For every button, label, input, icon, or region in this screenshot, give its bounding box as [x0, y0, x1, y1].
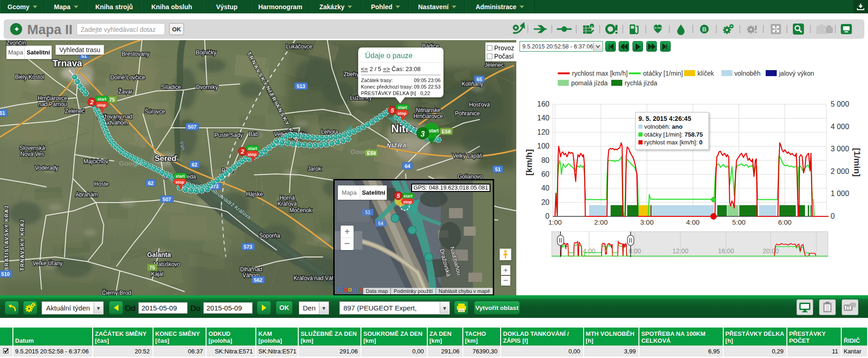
svg-text:1 000: 1 000	[831, 190, 849, 197]
svg-text:Matúškovo: Matúškovo	[154, 261, 180, 268]
svg-text:Hrnčiarovce: Hrnčiarovce	[413, 113, 443, 119]
svg-text:Zeleneč: Zeleneč	[65, 108, 85, 114]
svg-text:B: B	[702, 26, 706, 33]
svg-text:20: 20	[541, 198, 549, 206]
svg-text:Abrahám: Abrahám	[76, 191, 98, 198]
svg-text:140: 140	[537, 114, 549, 122]
svg-text:507: 507	[163, 197, 171, 202]
svg-text:jalový výkon: jalový výkon	[779, 70, 814, 77]
svg-text:2: 2	[89, 99, 94, 106]
svg-text:513: 513	[297, 84, 305, 89]
svg-text:2: 2	[240, 148, 244, 155]
svg-text:Žavar: Žavar	[118, 88, 133, 95]
svg-text:start: start	[403, 194, 413, 198]
svg-text:62: 62	[192, 162, 197, 167]
svg-text:507: 507	[188, 124, 196, 130]
svg-text:E58: E58	[442, 129, 451, 134]
svg-text:4 000: 4 000	[831, 123, 849, 131]
svg-text:160: 160	[537, 100, 549, 108]
svg-text:Horná: Horná	[280, 195, 295, 201]
svg-text:Dvorníky: Dvorníky	[196, 84, 218, 90]
svg-text:start: start	[176, 174, 185, 179]
svg-text:Bojničky: Bojničky	[196, 49, 217, 56]
svg-text:volnoběh: volnoběh	[734, 70, 761, 77]
svg-text:3:00: 3:00	[640, 218, 654, 226]
svg-text:0: 0	[831, 212, 835, 220]
svg-text:62: 62	[148, 180, 154, 186]
svg-text:Šúrovce: Šúrovce	[145, 108, 165, 115]
svg-text:start: start	[398, 105, 407, 110]
svg-text:Dlhá nad: Dlhá nad	[240, 266, 262, 273]
svg-text:Hosťová: Hosťová	[469, 101, 490, 108]
svg-text:20:00: 20:00	[762, 247, 779, 255]
svg-text:6:00: 6:00	[778, 218, 791, 226]
svg-text:start: start	[97, 97, 106, 101]
svg-text:stop: stop	[97, 103, 106, 107]
svg-text:Trnava: Trnava	[53, 58, 83, 68]
svg-text:Velký Lapáš: Velký Lapáš	[453, 153, 483, 159]
svg-text:3: 3	[421, 130, 425, 138]
svg-text:Zbehy: Zbehy	[343, 71, 359, 78]
svg-text:Dolné Lovčice: Dolné Lovčice	[110, 74, 145, 81]
svg-text:3 000: 3 000	[831, 145, 849, 153]
svg-text:Sereď: Sereď	[154, 154, 177, 163]
svg-text:562: 562	[254, 277, 262, 283]
svg-text:Hrnčiarovce: Hrnčiarovce	[38, 95, 67, 101]
svg-text:2:00: 2:00	[594, 218, 608, 226]
svg-text:TRNAVSKÝ KRAJ: TRNAVSKÝ KRAJ	[19, 219, 25, 271]
svg-text:16:00: 16:00	[718, 247, 734, 255]
svg-text:51: 51	[365, 210, 371, 215]
svg-text:5 000: 5 000	[831, 100, 849, 108]
svg-text:Síladice: Síladice	[161, 84, 181, 90]
svg-text:Báb: Báb	[248, 131, 259, 137]
svg-text:12:00: 12:00	[672, 247, 688, 255]
svg-text:Močenok: Močenok	[289, 207, 313, 214]
svg-text:60: 60	[541, 170, 549, 178]
svg-text:Galanta: Galanta	[147, 251, 171, 258]
svg-text:[1/min]: [1/min]	[852, 148, 862, 177]
svg-text:Kráľová: Kráľová	[278, 201, 297, 207]
svg-text:100: 100	[537, 142, 549, 150]
svg-text:5: 5	[396, 192, 400, 199]
svg-text:40: 40	[541, 184, 549, 192]
svg-text:stop: stop	[176, 180, 185, 185]
svg-text:Veľké Úľany: Veľké Úľany	[32, 260, 62, 267]
svg-text:nad Parnou: nad Parnou	[38, 101, 67, 107]
svg-text:65: 65	[477, 77, 482, 82]
svg-text:Voderady: Voderady	[35, 165, 59, 171]
svg-text:75: 75	[109, 97, 115, 102]
svg-text:klíček: klíček	[697, 70, 714, 77]
svg-text:Hoste: Hoste	[94, 181, 109, 187]
svg-text:Nová Ves: Nová Ves	[20, 151, 44, 157]
svg-text:5:00: 5:00	[732, 218, 745, 226]
svg-text:Jarok: Jarok	[307, 166, 321, 172]
svg-text:pomalá jízda: pomalá jízda	[571, 79, 608, 87]
svg-text:Google: Google	[119, 159, 143, 167]
svg-text:stop: stop	[398, 111, 407, 116]
svg-text:Jelenec: Jelenec	[484, 62, 503, 68]
svg-text:510: 510	[1, 271, 10, 277]
svg-text:sb start: sb start	[654, 26, 662, 29]
svg-text:stop: stop	[403, 200, 413, 204]
svg-text:Google: Google	[350, 148, 374, 155]
svg-text:Biely Kostol: Biely Kostol	[15, 74, 44, 80]
svg-text:64: 64	[378, 221, 384, 226]
svg-text:5: 5	[390, 107, 394, 114]
svg-text:573: 573	[244, 244, 252, 250]
svg-text:rychlá jízda: rychlá jízda	[625, 79, 657, 87]
svg-text:1:00: 1:00	[548, 218, 561, 226]
svg-text:rychlost max [km/h]: rychlost max [km/h]	[572, 70, 628, 77]
svg-text:64: 64	[405, 163, 411, 169]
svg-text:Hájske: Hájske	[246, 191, 263, 197]
svg-text:Nitrianske: Nitrianske	[416, 107, 441, 113]
svg-text:4:00: 4:00	[686, 218, 699, 226]
svg-text:NITRA: NITRA	[387, 142, 407, 149]
svg-text:80: 80	[541, 156, 549, 164]
svg-text:[km/h]: [km/h]	[524, 149, 534, 176]
svg-text:stop: stop	[248, 152, 257, 157]
svg-text:51: 51	[495, 167, 501, 172]
svg-text:75: 75	[149, 265, 155, 270]
svg-text:start: start	[429, 128, 439, 133]
svg-text:Brestovany: Brestovany	[122, 51, 149, 57]
svg-text:120: 120	[537, 128, 549, 136]
